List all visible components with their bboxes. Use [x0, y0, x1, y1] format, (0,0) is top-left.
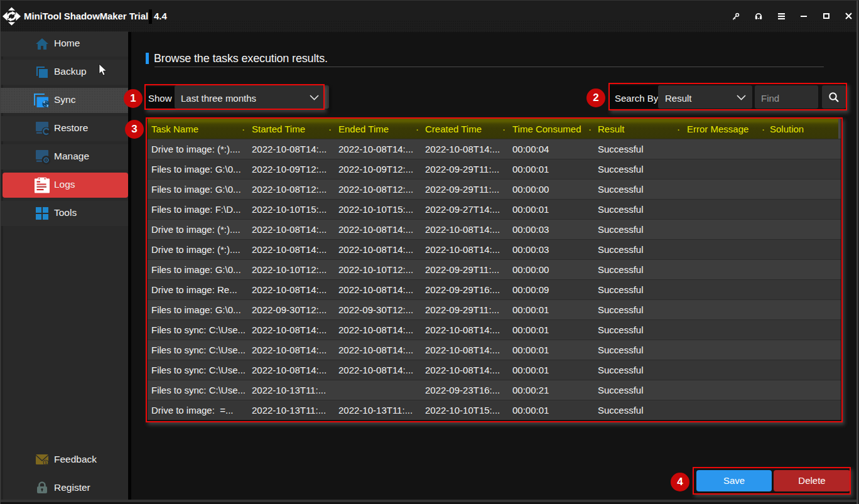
svg-text:1: 1 [45, 461, 47, 465]
